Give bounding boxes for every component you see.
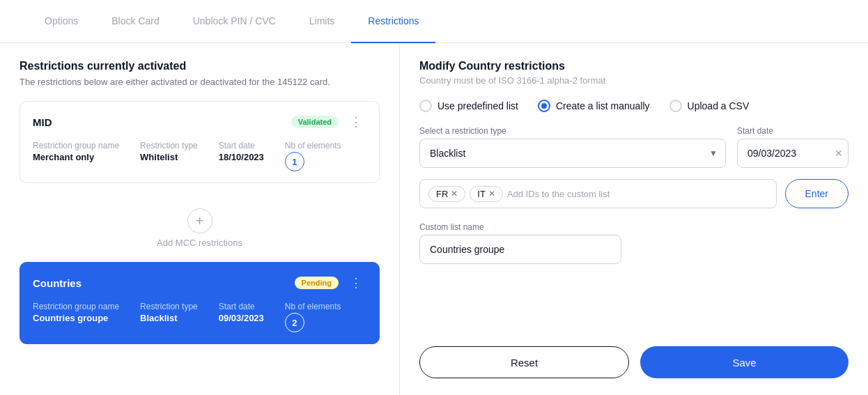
custom-list-label: Custom list name bbox=[419, 222, 848, 232]
date-clear-icon[interactable]: ✕ bbox=[835, 148, 843, 159]
tags-input-row: FR ✕ IT ✕ Add IDs to the custom list Ent… bbox=[419, 179, 848, 208]
radio-predefined[interactable]: Use predefined list bbox=[419, 100, 518, 112]
mid-card: MID Validated ⋮ Restriction group name M… bbox=[20, 101, 380, 183]
countries-restriction-type-label: Restriction type bbox=[140, 302, 198, 311]
tag-fr-close[interactable]: ✕ bbox=[451, 189, 458, 199]
countries-card-title: Countries bbox=[33, 277, 82, 289]
mid-card-header: MID Validated ⋮ bbox=[33, 113, 366, 131]
countries-card-header: Countries Pending ⋮ bbox=[33, 274, 366, 292]
countries-restriction-type: Restriction type Blacklist bbox=[140, 302, 198, 332]
countries-start-date: Start date 09/03/2023 bbox=[219, 302, 264, 332]
mid-start-date: Start date 18/10/2023 bbox=[219, 141, 264, 171]
mid-card-title: MID bbox=[33, 116, 52, 128]
restriction-type-label: Select a restriction type bbox=[419, 126, 726, 136]
radio-manually[interactable]: Create a list manually bbox=[538, 100, 650, 112]
add-mcc-button[interactable]: + Add MCC restrictions bbox=[20, 194, 380, 262]
radio-csv-input[interactable] bbox=[669, 100, 682, 112]
right-subtitle: Country must be of ISO 3166-1 alpha-2 fo… bbox=[419, 75, 848, 86]
mid-card-row: Restriction group name Merchant only Res… bbox=[33, 141, 366, 171]
tag-it-close[interactable]: ✕ bbox=[488, 189, 495, 199]
mid-restriction-type-value: Whitelist bbox=[140, 152, 198, 162]
right-title: Modify Country restrictions bbox=[419, 60, 848, 72]
tab-block-card[interactable]: Block Card bbox=[95, 0, 176, 43]
tag-fr: FR ✕ bbox=[428, 186, 465, 202]
radio-group: Use predefined list Create a list manual… bbox=[419, 100, 848, 112]
radio-manually-label: Create a list manually bbox=[556, 100, 650, 111]
countries-start-date-label: Start date bbox=[219, 302, 264, 311]
radio-predefined-label: Use predefined list bbox=[437, 100, 518, 111]
pending-badge: Pending bbox=[295, 277, 339, 289]
tag-fr-label: FR bbox=[436, 189, 448, 199]
right-panel: Modify Country restrictions Country must… bbox=[400, 43, 868, 395]
restriction-type-group: Select a restriction type Blacklist Whit… bbox=[419, 126, 726, 168]
tag-it: IT ✕ bbox=[470, 186, 503, 202]
mid-restriction-type: Restriction type Whitelist bbox=[140, 141, 198, 171]
mid-nb-elements-label: Nb of elements bbox=[285, 141, 341, 150]
mid-restriction-type-label: Restriction type bbox=[140, 141, 198, 150]
countries-nb-elements-label: Nb of elements bbox=[285, 302, 341, 311]
section-title: Restrictions currently activated bbox=[20, 60, 380, 72]
add-circle-icon: + bbox=[187, 208, 212, 233]
tab-options[interactable]: Options bbox=[28, 0, 95, 43]
countries-card: Countries Pending ⋮ Restriction group na… bbox=[20, 262, 380, 344]
countries-nb-elements-badge: 2 bbox=[285, 313, 304, 332]
radio-predefined-input[interactable] bbox=[419, 100, 432, 112]
countries-card-header-right: Pending ⋮ bbox=[295, 274, 366, 292]
save-button[interactable]: Save bbox=[640, 346, 848, 378]
mid-restriction-group-label: Restriction group name bbox=[33, 141, 119, 150]
tags-placeholder: Add IDs to the custom list bbox=[507, 189, 610, 199]
add-mcc-label: Add MCC restrictions bbox=[157, 238, 242, 248]
countries-restriction-group-value: Countries groupe bbox=[33, 313, 119, 323]
start-date-input[interactable] bbox=[737, 139, 848, 168]
mid-nb-elements: Nb of elements 1 bbox=[285, 141, 341, 171]
mid-card-header-right: Validated ⋮ bbox=[291, 113, 366, 131]
restriction-type-select[interactable]: Blacklist Whitelist bbox=[419, 139, 726, 168]
custom-list-group: Custom list name bbox=[419, 222, 848, 264]
countries-restriction-group: Restriction group name Countries groupe bbox=[33, 302, 119, 332]
radio-manually-input[interactable] bbox=[538, 100, 550, 112]
tag-it-label: IT bbox=[477, 189, 486, 199]
mid-restriction-group-value: Merchant only bbox=[33, 152, 119, 162]
start-date-group: Start date ✕ bbox=[737, 126, 848, 168]
countries-restriction-group-label: Restriction group name bbox=[33, 302, 119, 311]
tab-limits[interactable]: Limits bbox=[293, 0, 352, 43]
radio-csv[interactable]: Upload a CSV bbox=[669, 100, 750, 112]
mid-start-date-value: 18/10/2023 bbox=[219, 152, 264, 162]
tags-container[interactable]: FR ✕ IT ✕ Add IDs to the custom list bbox=[419, 179, 777, 208]
nav-tabs: Options Block Card Unblock PIN / CVC Lim… bbox=[0, 0, 868, 43]
countries-start-date-value: 09/03/2023 bbox=[219, 313, 264, 323]
enter-button[interactable]: Enter bbox=[785, 179, 848, 208]
reset-button[interactable]: Reset bbox=[419, 346, 629, 378]
start-date-label: Start date bbox=[737, 126, 848, 136]
countries-restriction-type-value: Blacklist bbox=[140, 313, 198, 323]
restriction-type-select-wrapper: Blacklist Whitelist ▼ bbox=[419, 139, 726, 168]
left-panel: Restrictions currently activated The res… bbox=[0, 43, 400, 395]
countries-card-row: Restriction group name Countries groupe … bbox=[33, 302, 366, 332]
custom-list-input[interactable] bbox=[419, 235, 621, 264]
countries-card-menu[interactable]: ⋮ bbox=[346, 274, 366, 292]
form-row-type-date: Select a restriction type Blacklist Whit… bbox=[419, 126, 848, 168]
mid-start-date-label: Start date bbox=[219, 141, 264, 150]
mid-card-menu[interactable]: ⋮ bbox=[346, 113, 366, 131]
countries-nb-elements: Nb of elements 2 bbox=[285, 302, 341, 332]
bottom-buttons: Reset Save bbox=[419, 335, 848, 378]
main-content: Restrictions currently activated The res… bbox=[0, 43, 868, 395]
section-subtitle: The restrictions below are either activa… bbox=[20, 77, 380, 87]
date-field-wrapper: ✕ bbox=[737, 139, 848, 168]
validated-badge: Validated bbox=[291, 116, 339, 128]
tab-restrictions[interactable]: Restrictions bbox=[351, 0, 435, 43]
radio-csv-label: Upload a CSV bbox=[688, 100, 750, 111]
mid-nb-elements-badge: 1 bbox=[285, 152, 304, 171]
tab-unblock-pin[interactable]: Unblock PIN / CVC bbox=[176, 0, 293, 43]
mid-restriction-group: Restriction group name Merchant only bbox=[33, 141, 119, 171]
